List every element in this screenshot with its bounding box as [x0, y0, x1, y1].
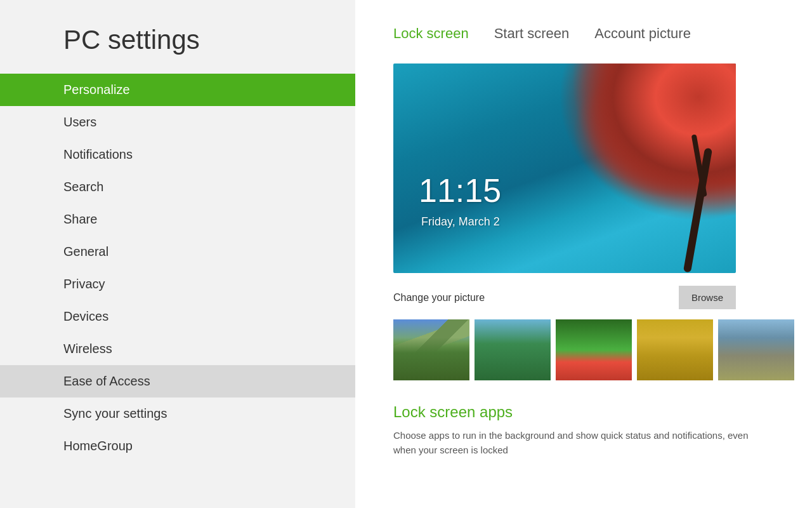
lock-screen-apps-section: Lock screen apps Choose apps to run in t…	[393, 403, 774, 457]
sidebar-item-devices[interactable]: Devices	[63, 300, 355, 333]
change-picture-label: Change your picture	[393, 292, 485, 304]
sidebar-item-wireless[interactable]: Wireless	[63, 333, 355, 365]
sidebar-item-general[interactable]: General	[63, 236, 355, 268]
sidebar-item-privacy[interactable]: Privacy	[63, 268, 355, 300]
thumbnail-5[interactable]	[718, 319, 794, 380]
foliage-decoration	[547, 64, 736, 231]
thumbnail-list	[393, 319, 774, 380]
sidebar-nav: Personalize Users Notifications Search S…	[63, 74, 355, 462]
sidebar-item-personalize[interactable]: Personalize	[0, 74, 355, 106]
thumbnail-2[interactable]	[475, 319, 551, 380]
sidebar-item-users[interactable]: Users	[63, 106, 355, 138]
change-picture-row: Change your picture Browse	[393, 286, 736, 309]
lock-time: 11:15	[419, 171, 501, 210]
apps-section-description: Choose apps to run in the background and…	[393, 429, 761, 457]
sidebar-item-sync-your-settings[interactable]: Sync your settings	[63, 398, 355, 430]
tab-start-screen[interactable]: Start screen	[494, 25, 570, 44]
page-title: PC settings	[63, 25, 355, 55]
sidebar-item-share[interactable]: Share	[63, 203, 355, 236]
tabs-bar: Lock screen Start screen Account picture	[393, 25, 774, 44]
main-content: Lock screen Start screen Account picture…	[355, 0, 812, 508]
sidebar-item-notifications[interactable]: Notifications	[63, 138, 355, 171]
lock-screen-preview: 11:15 Friday, March 2	[393, 64, 736, 273]
sidebar: PC settings Personalize Users Notificati…	[0, 0, 355, 508]
thumbnail-4[interactable]	[637, 319, 713, 380]
thumbnail-1[interactable]	[393, 319, 469, 380]
apps-section-title: Lock screen apps	[393, 403, 774, 421]
lock-date: Friday, March 2	[421, 215, 500, 229]
tab-account-picture[interactable]: Account picture	[594, 25, 691, 44]
tab-lock-screen[interactable]: Lock screen	[393, 25, 469, 44]
browse-button[interactable]: Browse	[679, 286, 736, 309]
thumbnail-3[interactable]	[556, 319, 632, 380]
sidebar-item-ease-of-access[interactable]: Ease of Access	[0, 365, 355, 398]
sidebar-item-search[interactable]: Search	[63, 171, 355, 203]
sidebar-item-homegroup[interactable]: HomeGroup	[63, 430, 355, 462]
